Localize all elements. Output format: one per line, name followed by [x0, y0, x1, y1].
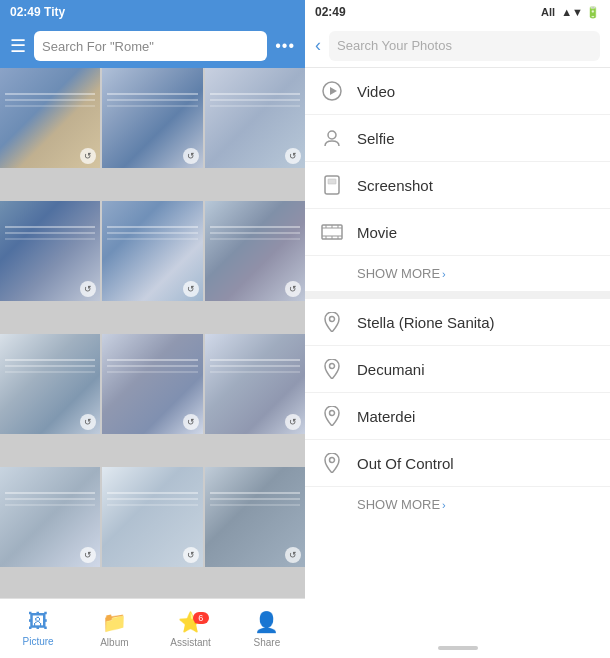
share-icon: 👤 — [254, 610, 279, 634]
location-item-stella[interactable]: Stella (Rione Sanita) — [305, 299, 610, 346]
picture-icon: 🖼 — [28, 610, 48, 633]
photo-cell[interactable]: ↺ — [102, 467, 202, 567]
photo-cell[interactable]: ↺ — [0, 334, 100, 434]
photo-cell[interactable]: ↺ — [205, 201, 305, 301]
show-more-locations-label: SHOW MORE — [357, 497, 440, 512]
location-pin-icon — [321, 405, 343, 427]
location-section: Stella (Rione Sanita) Decumani Materdei … — [305, 299, 610, 522]
status-time-right: 02:49 — [315, 5, 346, 19]
location-item-decumani[interactable]: Decumani — [305, 346, 610, 393]
svg-point-14 — [330, 317, 335, 322]
nav-label-assistant: Assistant — [170, 637, 211, 648]
search-item-selfie[interactable]: Selfie — [305, 115, 610, 162]
show-more-locations-button[interactable]: SHOW MORE › — [305, 487, 610, 522]
svg-point-2 — [328, 131, 336, 139]
screenshot-icon — [321, 174, 343, 196]
search-bar-left[interactable]: Search For "Rome" — [34, 31, 267, 61]
photo-cell[interactable]: ↺ — [0, 467, 100, 567]
photo-grid: ↺ ↺ ↺ ↺ ↺ ↺ ↺ ↺ — [0, 68, 305, 598]
location-label-stella: Stella (Rione Sanita) — [357, 314, 495, 331]
location-pin-icon — [321, 311, 343, 333]
show-more-types-button[interactable]: SHOW MORE › — [305, 256, 610, 291]
album-icon: 📁 — [102, 610, 127, 634]
signal-label: All — [541, 6, 555, 18]
refresh-icon[interactable]: ↺ — [183, 148, 199, 164]
refresh-icon[interactable]: ↺ — [183, 547, 199, 563]
nav-item-picture[interactable]: 🖼 Picture — [0, 610, 76, 647]
location-label-decumani: Decumani — [357, 361, 425, 378]
refresh-icon[interactable]: ↺ — [183, 281, 199, 297]
movie-icon — [321, 221, 343, 243]
bottom-handle — [305, 638, 610, 658]
show-more-types-label: SHOW MORE — [357, 266, 440, 281]
video-icon — [321, 80, 343, 102]
search-item-screenshot-label: Screenshot — [357, 177, 433, 194]
handle-bar — [438, 646, 478, 650]
show-more-chevron-icon: › — [442, 268, 446, 280]
location-label-materdei: Materdei — [357, 408, 415, 425]
svg-point-15 — [330, 364, 335, 369]
location-item-outofcontrol[interactable]: Out Of Control — [305, 440, 610, 487]
refresh-icon[interactable]: ↺ — [183, 414, 199, 430]
photo-cell[interactable]: ↺ — [205, 68, 305, 168]
nav-label-share: Share — [254, 637, 281, 648]
svg-rect-3 — [325, 176, 339, 194]
top-bar-left: ☰ Search For "Rome" ••• — [0, 24, 305, 68]
svg-rect-4 — [328, 179, 336, 184]
search-item-selfie-label: Selfie — [357, 130, 395, 147]
photo-cell[interactable]: ↺ — [102, 68, 202, 168]
photo-cell[interactable]: ↺ — [0, 68, 100, 168]
top-bar-right: ‹ Search Your Photos — [305, 24, 610, 68]
show-more-locations-chevron-icon: › — [442, 499, 446, 511]
left-panel: 02:49 Tity ☰ Search For "Rome" ••• ↺ ↺ ↺… — [0, 0, 305, 658]
svg-marker-1 — [330, 87, 337, 95]
nav-item-assistant[interactable]: 6 ⭐ Assistant — [153, 610, 229, 648]
photo-cell[interactable]: ↺ — [205, 334, 305, 434]
more-options-icon[interactable]: ••• — [275, 37, 295, 55]
search-item-movie[interactable]: Movie — [305, 209, 610, 256]
back-button[interactable]: ‹ — [315, 35, 321, 56]
bottom-nav: 🖼 Picture 📁 Album 6 ⭐ Assistant 👤 Share — [0, 598, 305, 658]
search-item-screenshot[interactable]: Screenshot — [305, 162, 610, 209]
assistant-badge: 6 — [193, 612, 209, 624]
photo-cell[interactable]: ↺ — [102, 201, 202, 301]
location-item-materdei[interactable]: Materdei — [305, 393, 610, 440]
right-panel: 02:49 All ▲▼ 🔋 ‹ Search Your Photos Vide… — [305, 0, 610, 658]
search-item-movie-label: Movie — [357, 224, 397, 241]
photo-cell[interactable]: ↺ — [0, 201, 100, 301]
section-divider — [305, 291, 610, 299]
nav-label-album: Album — [100, 637, 128, 648]
search-item-video[interactable]: Video — [305, 68, 610, 115]
svg-point-16 — [330, 411, 335, 416]
svg-point-17 — [330, 458, 335, 463]
photo-cell[interactable]: ↺ — [102, 334, 202, 434]
location-pin-icon — [321, 452, 343, 474]
carrier-left: Tity — [44, 5, 65, 19]
search-placeholder-right: Search Your Photos — [337, 38, 452, 53]
hamburger-icon[interactable]: ☰ — [10, 35, 26, 57]
status-bar-left: 02:49 Tity — [0, 0, 305, 24]
selfie-icon — [321, 127, 343, 149]
search-type-section: Video Selfie Screenshot Movie SHOW MORE … — [305, 68, 610, 291]
status-signal-right: All ▲▼ 🔋 — [541, 6, 600, 19]
nav-label-picture: Picture — [23, 636, 54, 647]
nav-item-share[interactable]: 👤 Share — [229, 610, 305, 648]
location-pin-icon — [321, 358, 343, 380]
search-item-video-label: Video — [357, 83, 395, 100]
location-label-outofcontrol: Out Of Control — [357, 455, 454, 472]
search-input-right[interactable]: Search Your Photos — [329, 31, 600, 61]
status-bar-right: 02:49 All ▲▼ 🔋 — [305, 0, 610, 24]
status-time-left: 02:49 — [10, 5, 41, 19]
nav-item-album[interactable]: 📁 Album — [76, 610, 152, 648]
photo-cell[interactable]: ↺ — [205, 467, 305, 567]
search-placeholder-left: Search For "Rome" — [42, 39, 154, 54]
